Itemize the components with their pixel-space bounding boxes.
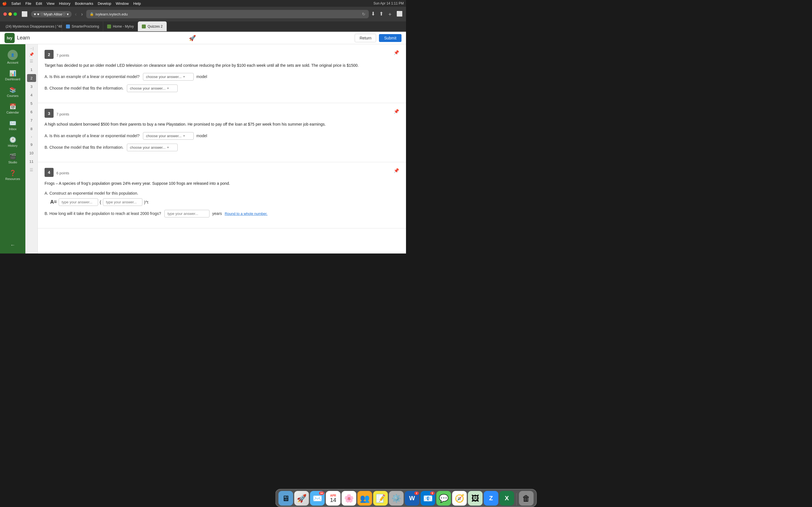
forward-button[interactable]: › <box>80 10 84 18</box>
menu-safari[interactable]: Safari <box>11 1 21 6</box>
new-tab-icon[interactable]: ＋ <box>388 11 393 17</box>
menu-develop[interactable]: Develop <box>98 1 111 6</box>
question-3-dropdown-b[interactable]: choose your answer... ▾ <box>127 144 177 151</box>
question-2-dropdown-a[interactable]: choose your answer... ▾ <box>143 73 194 80</box>
formula-input-1[interactable] <box>59 198 98 206</box>
history-icon: 🕐 <box>9 136 16 143</box>
question-num-6[interactable]: 6 <box>27 108 36 116</box>
tab-home[interactable]: Home - MyIvy <box>103 21 138 31</box>
sidebar-item-inbox[interactable]: ✉️ Inbox <box>1 117 24 133</box>
formula-open-paren: ( <box>100 200 101 205</box>
question-2-num-row: 2 7 points <box>45 50 69 59</box>
question-4-part-a: A. Construct an exponential model for th… <box>45 191 399 206</box>
minimize-window-button[interactable] <box>8 12 12 16</box>
menu-view[interactable]: View <box>47 1 54 6</box>
question-4-input-b[interactable] <box>164 210 209 217</box>
tabs-bar: (24) Mysterious Disappearances | "48 Hou… <box>0 21 406 32</box>
app-header: Ivy Learn 🚀 Return Submit <box>0 32 406 44</box>
app-logo: Ivy Learn <box>4 33 30 43</box>
question-3-points: 7 points <box>56 110 69 116</box>
studio-icon: 🎬 <box>9 153 16 160</box>
sidebar-item-resources[interactable]: ❓ Resources <box>1 167 24 183</box>
question-num-3[interactable]: 3 <box>27 82 36 91</box>
fullscreen-window-button[interactable] <box>13 12 17 16</box>
tab-overview-icon[interactable]: ⬜ <box>396 11 403 17</box>
sidebar-item-history[interactable]: 🕐 History <box>1 134 24 150</box>
question-4-part-b-question: How long will it take the population to … <box>49 211 161 216</box>
question-3-pin-icon[interactable]: 📌 <box>394 109 399 114</box>
question-num-9[interactable]: 9 <box>27 140 36 149</box>
logo-icon: Ivy <box>4 33 15 43</box>
question-num-2[interactable]: 2 <box>27 74 36 82</box>
profile-button[interactable]: ♥ ♥ ♡Myah Allise♡ ▾ <box>31 11 71 17</box>
question-4-text: Frogs – A species of frog's population g… <box>45 180 399 186</box>
expand-sidebar-icon[interactable]: →| <box>29 47 34 50</box>
question-4-years-label: years <box>212 211 222 216</box>
sidebar-item-account[interactable]: 👤 Account <box>1 48 24 66</box>
question-3-dropdown-a[interactable]: choose your answer... ▾ <box>143 132 194 140</box>
tab-youtube[interactable]: (24) Mysterious Disappearances | "48 Hou… <box>0 21 62 31</box>
reload-button[interactable]: ↻ <box>362 12 365 16</box>
sidebar-item-courses[interactable]: 📚 Courses <box>1 84 24 100</box>
question-3-part-b-question: Choose the model that fits the informati… <box>49 145 123 150</box>
question-3-block: 3 7 points 📌 A high school student borro… <box>38 103 406 162</box>
apple-menu[interactable]: 🍎 <box>2 1 7 6</box>
question-2-badge: 2 <box>45 50 54 59</box>
tab-quizzes[interactable]: Quizzes 2 <box>138 21 167 31</box>
question-2-header: 2 7 points 📌 <box>45 50 399 59</box>
sidebar-label-calendar: Calendar <box>6 111 19 114</box>
list-sidebar-icon[interactable]: ☰ <box>30 59 33 63</box>
question-2-part-a: A. Is this an example of a linear or exp… <box>45 73 399 80</box>
tab-smarterproctoring[interactable]: SmarterProctoring <box>62 21 103 31</box>
question-2-block: 2 7 points 📌 Target has decided to put a… <box>38 44 406 103</box>
question-num-8[interactable]: 8 <box>27 125 36 133</box>
submit-button[interactable]: Submit <box>379 34 402 42</box>
question-num-10[interactable]: 10 <box>27 149 36 157</box>
tab-label-home: Home - MyIvy <box>113 24 134 29</box>
menu-edit[interactable]: Edit <box>36 1 42 6</box>
formula-input-2[interactable] <box>103 198 142 206</box>
question-2-dropdown-b[interactable]: choose your answer... ▾ <box>127 84 177 92</box>
question-num-5[interactable]: 5 <box>27 100 36 107</box>
menu-window[interactable]: Window <box>116 1 129 6</box>
menu-file[interactable]: File <box>26 1 31 6</box>
question-3-text: A high school student borrowed $500 from… <box>45 121 399 127</box>
question-num-4[interactable]: 4 <box>27 91 36 99</box>
browser-toolbar: ⬜ ♥ ♥ ♡Myah Allise♡ ▾ ‹ › 🔒 ivylearn.ivy… <box>0 7 406 21</box>
question-3-part-a-label: A. <box>45 133 48 138</box>
sidebar-item-studio[interactable]: 🎬 Studio <box>1 151 24 166</box>
question-2-pin-icon[interactable]: 📌 <box>394 50 399 55</box>
pin-sidebar-icon[interactable]: 📌 <box>29 52 34 57</box>
download-icon[interactable]: ⬇ <box>371 11 375 17</box>
sidebar-toggle-button[interactable]: ⬜ <box>21 11 28 17</box>
sidebar-item-dashboard[interactable]: 📊 Dashboard <box>1 68 24 83</box>
question-num-1[interactable]: 1 <box>27 66 36 73</box>
tab-label-yt: (24) Mysterious Disappearances | "48 Hou… <box>6 24 62 29</box>
menu-history[interactable]: History <box>59 1 70 6</box>
sidebar-label-resources: Resources <box>5 177 20 180</box>
return-button[interactable]: Return <box>355 34 376 42</box>
question-4-part-b-label: B. <box>45 211 48 216</box>
tab-label-quiz: Quizzes 2 <box>147 24 162 29</box>
question-2-dropdown-a-placeholder: choose your answer... <box>146 75 182 79</box>
question-num-11[interactable]: 11 <box>27 158 36 165</box>
sidebar-chevron-right[interactable]: › <box>31 134 32 139</box>
browser-chrome: ⬜ ♥ ♥ ♡Myah Allise♡ ▾ ‹ › 🔒 ivylearn.ivy… <box>0 7 406 32</box>
close-window-button[interactable] <box>3 12 7 16</box>
collapse-sidebar-button[interactable]: ← <box>8 240 17 250</box>
question-num-7[interactable]: 7 <box>27 116 36 124</box>
menu-help[interactable]: Help <box>133 1 141 6</box>
sidebar-item-calendar[interactable]: 📅 Calendar <box>1 101 24 116</box>
question-4-formula-row: A= ( )^t <box>50 198 399 206</box>
left-sidebar: 👤 Account 📊 Dashboard 📚 Courses 📅 Calend… <box>0 44 26 253</box>
question-4-header: 4 6 points 📌 <box>45 168 399 177</box>
url-bar[interactable]: 🔒 ivylearn.ivytech.edu ↻ <box>86 10 369 18</box>
sidebar-menu-bottom[interactable]: ☰ <box>30 168 33 172</box>
sidebar-label-account: Account <box>7 61 18 64</box>
menu-bookmarks[interactable]: Bookmarks <box>75 1 93 6</box>
question-4-pin-icon[interactable]: 📌 <box>394 168 399 173</box>
share-icon[interactable]: ⬆ <box>379 11 384 17</box>
question-2-points: 7 points <box>56 52 69 57</box>
back-button[interactable]: ‹ <box>74 10 78 18</box>
question-3-dropdown-b-arrow: ▾ <box>167 146 169 149</box>
